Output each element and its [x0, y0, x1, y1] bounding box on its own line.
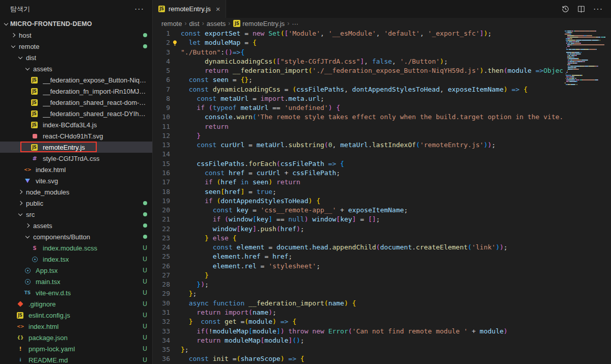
line-number[interactable]: 34: [153, 336, 170, 345]
line-number[interactable]: 18: [153, 187, 170, 197]
code-line[interactable]: 20 const key = 'css__remote-app__' + exp…: [153, 206, 563, 215]
line-number[interactable]: 33: [153, 327, 170, 336]
line-number[interactable]: 15: [153, 159, 170, 169]
line-number[interactable]: 19: [153, 197, 170, 206]
line-number[interactable]: 22: [153, 225, 170, 234]
line-number[interactable]: 23: [153, 234, 170, 243]
tree-item-remote[interactable]: remote: [0, 41, 152, 52]
tree-item-app-tsx[interactable]: App.tsxU: [0, 265, 152, 276]
line-number[interactable]: 21: [153, 215, 170, 224]
breadcrumb-item-item[interactable]: ···: [292, 20, 298, 27]
line-number[interactable]: 14: [153, 150, 170, 159]
tree-item-pnpm-lock-yaml[interactable]: !pnpm-lock.yamlU: [0, 343, 152, 354]
code-line[interactable]: 36 const init =(shareScope) => {: [153, 354, 563, 363]
code-line[interactable]: 22 window[key].push(href);: [153, 225, 563, 234]
line-number[interactable]: 32: [153, 317, 170, 326]
tree-item-remoteentry-js[interactable]: JSremoteEntry.js: [0, 142, 152, 153]
tree-item-vite-env-d-ts[interactable]: TSvite-env.d.tsU: [0, 287, 152, 298]
line-number[interactable]: 31: [153, 308, 170, 317]
breadcrumb-item-dist[interactable]: dist: [189, 20, 199, 27]
tree-item-federation-shared-react-dom-8[interactable]: JS__federation_shared_react-dom-8…: [0, 97, 152, 108]
code-line[interactable]: 7 const dynamicLoadingCss = (cssFilePath…: [153, 85, 563, 94]
close-icon[interactable]: ×: [216, 5, 220, 13]
tree-item-federation-fn-import-irn10mjh[interactable]: JS__federation_fn_import-iRn10MJH…: [0, 86, 152, 97]
code-line[interactable]: 24 const element = document.head.appendC…: [153, 243, 563, 252]
code-line[interactable]: 29 };: [153, 289, 563, 298]
minimap[interactable]: [563, 29, 611, 87]
breadcrumb-item-remote[interactable]: remote: [161, 20, 182, 27]
code-line[interactable]: 33 if(!moduleMap[module]) throw new Erro…: [153, 327, 563, 336]
tree-item-react-chdo91ht-svg[interactable]: react-CHdo91hT.svg: [0, 130, 152, 142]
code-line[interactable]: 5 return __federation_import('./__federa…: [153, 66, 563, 75]
code-line[interactable]: 19 if (dontAppendStylesToHead) {: [153, 197, 563, 206]
tree-item-readme-md[interactable]: iREADME.mdU: [0, 354, 152, 364]
code-line[interactable]: 12 }: [153, 131, 563, 141]
breadcrumb-item-assets[interactable]: assets: [207, 20, 226, 27]
code-line[interactable]: 26 element.rel = 'stylesheet';: [153, 262, 563, 271]
line-number[interactable]: 11: [153, 122, 170, 131]
code-line[interactable]: 31 return import(name);: [153, 308, 563, 317]
code-line[interactable]: 28 });: [153, 280, 563, 289]
line-number[interactable]: 8: [153, 94, 170, 103]
line-number[interactable]: 12: [153, 131, 170, 141]
code-line[interactable]: 8 const metaUrl = import.meta.url;: [153, 94, 563, 103]
tree-item-federation-shared-react-dyihd[interactable]: JS__federation_shared_react-DYIhd…: [0, 108, 152, 119]
tree-item-index-module-scss[interactable]: Sindex.module.scssU: [0, 242, 152, 254]
line-number[interactable]: 28: [153, 280, 170, 289]
tree-item-index-tsx[interactable]: index.tsxU: [0, 254, 152, 265]
tab-remoteentry-js[interactable]: JS remoteEntry.js ×: [153, 0, 226, 18]
code-line[interactable]: 9 if (typeof metaUrl == 'undefined') {: [153, 103, 563, 113]
line-number[interactable]: 29: [153, 289, 170, 298]
line-number[interactable]: 17: [153, 178, 170, 187]
tree-item-main-tsx[interactable]: main.tsxU: [0, 276, 152, 287]
line-number[interactable]: 16: [153, 169, 170, 178]
line-number[interactable]: 1: [153, 29, 170, 38]
lightbulb-icon[interactable]: [170, 38, 181, 47]
tree-item-assets[interactable]: assets: [0, 63, 152, 74]
tree-item-dist[interactable]: dist: [0, 52, 152, 63]
code-line[interactable]: 17 if (href in seen) return: [153, 178, 563, 187]
code-line[interactable]: 10 console.warn('The remote style takes …: [153, 113, 563, 122]
split-editor-icon[interactable]: [577, 5, 585, 13]
line-number[interactable]: 4: [153, 57, 170, 66]
tree-item-eslint-config-js[interactable]: JSeslint.config.jsU: [0, 310, 152, 321]
line-number[interactable]: 13: [153, 141, 170, 150]
line-number[interactable]: 27: [153, 271, 170, 280]
code-line[interactable]: 2 let moduleMap = {: [153, 38, 563, 47]
sidebar-more-actions-button[interactable]: ···: [134, 5, 144, 14]
code-line[interactable]: 4 dynamicLoadingCss(["style-CGfJTrdA.css…: [153, 57, 563, 66]
line-number[interactable]: 5: [153, 66, 170, 75]
code-line[interactable]: 35};: [153, 345, 563, 354]
tree-item-index-html[interactable]: <>index.html: [0, 164, 152, 175]
more-actions-icon[interactable]: ···: [593, 5, 603, 14]
code-line[interactable]: 30 async function __federation_import(na…: [153, 299, 563, 308]
line-number[interactable]: 20: [153, 206, 170, 215]
tree-item-gitignore[interactable]: .gitignoreU: [0, 298, 152, 310]
line-number[interactable]: 24: [153, 243, 170, 252]
tree-item-style-cgfjtrda-css[interactable]: #style-CGfJTrdA.css: [0, 153, 152, 164]
line-number[interactable]: 7: [153, 85, 170, 94]
tree-item-vite-svg[interactable]: vite.svg: [0, 175, 152, 186]
tree-item-index-html[interactable]: <>index.htmlU: [0, 321, 152, 332]
timeline-history-icon[interactable]: [562, 5, 569, 13]
breadcrumb-item-remoteentry-js[interactable]: JSremoteEntry.js: [233, 20, 285, 27]
tree-item-node-modules[interactable]: node_modules: [0, 186, 152, 198]
code-line[interactable]: 6 const seen = {};: [153, 75, 563, 85]
line-number[interactable]: 30: [153, 299, 170, 308]
code-line[interactable]: 3"./Button":()=>{: [153, 48, 563, 57]
tree-item-federation-expose-button-niqy[interactable]: JS__federation_expose_Button-NiqY…: [0, 74, 152, 86]
tree-item-index-bcdfa3l4-js[interactable]: JSindex-BCdfa3L4.js: [0, 119, 152, 130]
tree-item-public[interactable]: public: [0, 198, 152, 209]
tree-item-src[interactable]: src: [0, 209, 152, 220]
code-line[interactable]: 14: [153, 150, 563, 159]
code-line[interactable]: 25 element.href = href;: [153, 252, 563, 261]
code-line[interactable]: 16 const href = curUrl + cssFilePath;: [153, 169, 563, 178]
code-editor[interactable]: 1const exportSet = new Set(['Module', '_…: [153, 29, 611, 364]
code-line[interactable]: 23 } else {: [153, 234, 563, 243]
line-number[interactable]: 6: [153, 75, 170, 85]
code-line[interactable]: 11 return: [153, 122, 563, 131]
line-number[interactable]: 10: [153, 113, 170, 122]
line-number[interactable]: 36: [153, 354, 170, 363]
code-line[interactable]: 27 }: [153, 271, 563, 280]
line-number[interactable]: 35: [153, 345, 170, 354]
